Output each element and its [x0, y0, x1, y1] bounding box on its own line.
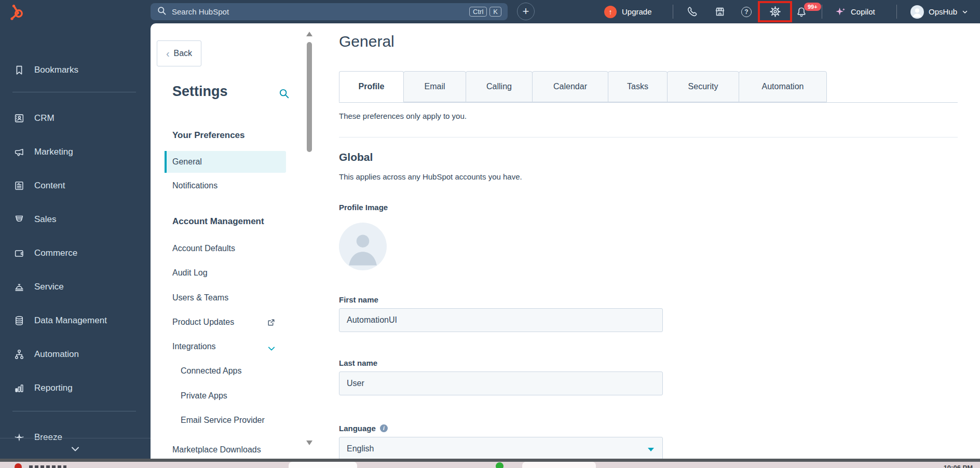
settings-nav-item-general[interactable]: General — [165, 151, 286, 173]
scrollbar-thumb[interactable] — [307, 42, 312, 152]
sidebar-item-automation[interactable]: Automation — [13, 347, 79, 362]
create-button[interactable]: + — [517, 3, 535, 20]
settings-nav-item-users-teams[interactable]: Users & Teams — [172, 293, 228, 302]
section-divider — [339, 137, 958, 137]
chevron-down-icon — [962, 9, 968, 15]
funnel-icon — [13, 214, 25, 225]
sidebar-item-data-management[interactable]: Data Management — [13, 313, 107, 328]
settings-nav-item-connected-apps[interactable]: Connected Apps — [181, 366, 241, 376]
upgrade-label: Upgrade — [622, 7, 652, 16]
settings-tabs: Profile Email Calling Calendar Tasks Sec… — [339, 71, 958, 103]
sidebar-item-bookmarks[interactable]: Bookmarks — [13, 63, 78, 77]
settings-content: General Profile Email Calling Calendar T… — [322, 23, 980, 459]
contact-card-icon — [13, 113, 25, 124]
copilot-label: Copilot — [851, 7, 875, 16]
notification-count-badge: 99+ — [804, 3, 821, 11]
annotation-highlight-box — [758, 1, 792, 22]
tab-calling[interactable]: Calling — [466, 71, 533, 102]
hubspot-logo-icon[interactable] — [8, 4, 25, 20]
background-window-box — [522, 462, 596, 468]
settings-nav-panel: ‹ Back Settings Your Preferences General… — [151, 23, 322, 459]
sidebar-item-content[interactable]: Content — [13, 178, 65, 193]
top-navigation-bar: Search HubSpot Ctrl K + ↑ Upgrade ? — [0, 0, 980, 23]
settings-nav-item-email-service-provider[interactable]: Email Service Provider — [181, 416, 265, 425]
scrollbar-down-arrow[interactable] — [306, 441, 312, 445]
settings-nav-item-notifications[interactable]: Notifications — [172, 181, 217, 190]
upgrade-button[interactable]: ↑ Upgrade — [604, 0, 652, 23]
page-title: General — [339, 33, 394, 50]
info-icon[interactable]: i — [380, 424, 388, 432]
tab-email[interactable]: Email — [403, 71, 466, 102]
tab-tasks[interactable]: Tasks — [608, 71, 668, 102]
section-heading-your-preferences: Your Preferences — [172, 130, 245, 141]
preferences-note: These preferences only apply to you. — [339, 112, 467, 120]
sidebar-item-commerce[interactable]: Commerce — [13, 246, 77, 260]
settings-nav-item-product-updates[interactable]: Product Updates — [172, 318, 234, 327]
settings-nav-item-marketplace-downloads[interactable]: Marketplace Downloads — [172, 445, 261, 455]
search-icon — [157, 6, 167, 18]
bookmark-icon — [13, 64, 25, 76]
background-window-red-icon — [15, 463, 22, 468]
sparkle-icon — [835, 6, 846, 18]
back-chevron-icon: ‹ — [166, 48, 170, 59]
chevron-down-icon[interactable] — [267, 344, 276, 355]
phone-icon — [686, 6, 698, 18]
wallet-icon — [13, 247, 25, 259]
database-icon — [13, 315, 25, 326]
sidebar-item-crm[interactable]: CRM — [13, 111, 55, 126]
first-name-input[interactable]: AutomationUI — [339, 308, 663, 332]
scrollbar-up-arrow[interactable] — [306, 32, 312, 36]
global-heading: Global — [339, 151, 373, 163]
back-button[interactable]: ‹ Back — [157, 40, 201, 66]
topbar-divider — [822, 5, 822, 19]
shortcut-key-k: K — [489, 7, 501, 17]
megaphone-icon — [13, 146, 25, 158]
search-placeholder: Search HubSpot — [172, 7, 467, 16]
settings-nav-item-audit-log[interactable]: Audit Log — [172, 268, 208, 278]
sidebar-divider — [12, 411, 136, 411]
tab-profile[interactable]: Profile — [339, 71, 404, 102]
sidebar-item-marketing[interactable]: Marketing — [13, 145, 73, 159]
tab-calendar[interactable]: Calendar — [532, 71, 608, 102]
bar-chart-icon — [13, 382, 25, 394]
sidebar-divider — [12, 92, 136, 92]
plus-icon: + — [523, 6, 529, 17]
marketplace-button[interactable] — [711, 0, 729, 23]
section-heading-account-management: Account Management — [172, 216, 264, 227]
sidebar-item-sales[interactable]: Sales — [13, 212, 57, 227]
sidebar-item-service[interactable]: Service — [13, 280, 64, 294]
background-window-text-sliver — [29, 465, 66, 468]
taskbar-clock-partial: 10:06 PM — [944, 464, 973, 468]
settings-nav-item-private-apps[interactable]: Private Apps — [181, 391, 227, 401]
tab-automation[interactable]: Automation — [739, 71, 827, 102]
topbar-divider — [896, 5, 897, 19]
settings-nav-item-integrations[interactable]: Integrations — [172, 342, 216, 351]
calling-button[interactable] — [683, 0, 701, 23]
help-button[interactable]: ? — [737, 0, 756, 23]
background-window-box — [289, 462, 357, 468]
upgrade-arrow-icon: ↑ — [604, 6, 617, 18]
profile-image-label: Profile Image — [339, 203, 388, 212]
tab-security[interactable]: Security — [667, 71, 739, 102]
account-menu[interactable]: OpsHub — [910, 0, 968, 23]
settings-nav-item-account-defaults[interactable]: Account Defaults — [172, 244, 235, 253]
profile-image-placeholder[interactable] — [339, 223, 387, 270]
sidebar-collapse-button[interactable] — [0, 438, 151, 459]
search-input[interactable]: Search HubSpot Ctrl K — [151, 3, 508, 20]
avatar — [910, 5, 924, 19]
main-sidebar: Bookmarks CRM Marketing Content Sales — [0, 23, 151, 459]
shortcut-key-ctrl: Ctrl — [469, 7, 487, 17]
dropdown-caret-icon — [648, 448, 654, 451]
language-label: Language i — [339, 424, 388, 433]
last-name-label: Last name — [339, 359, 377, 367]
chevron-down-icon — [69, 443, 81, 455]
question-icon: ? — [741, 7, 752, 17]
sidebar-item-reporting[interactable]: Reporting — [13, 381, 73, 395]
language-select[interactable]: English — [339, 437, 663, 461]
copilot-button[interactable]: Copilot — [835, 0, 875, 23]
settings-title: Settings — [172, 84, 228, 100]
last-name-input[interactable]: User — [339, 371, 663, 395]
settings-search-icon[interactable] — [278, 88, 290, 101]
storefront-icon — [714, 6, 726, 18]
person-icon — [339, 223, 387, 270]
